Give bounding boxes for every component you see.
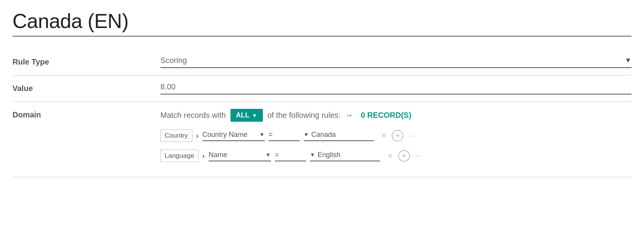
value-input[interactable]	[160, 82, 632, 94]
filter-1-more-button[interactable]: ···	[409, 132, 416, 140]
filter-1-add-button[interactable]: +	[392, 130, 403, 142]
filter-2-field-text: Name	[209, 151, 266, 159]
domain-top: Match records with ALL ▼ of the followin…	[160, 109, 632, 122]
filter-2-value-select[interactable]: ▼ English	[310, 151, 380, 161]
rule-type-text: Scoring	[160, 56, 187, 65]
filter-1-value-select[interactable]: ▼ Canada	[304, 131, 374, 141]
value-row: Value	[12, 75, 632, 102]
domain-suffix-text: of the following rules:	[267, 111, 341, 120]
rule-type-select[interactable]: Scoring ▼	[160, 56, 632, 68]
rule-type-dropdown-arrow-icon: ▼	[625, 56, 632, 65]
domain-records-link[interactable]: 0 RECORD(S)	[361, 111, 412, 120]
filter-1-tag-country[interactable]: Country	[160, 129, 192, 142]
filter-1-remove-button[interactable]: ×	[382, 131, 387, 141]
domain-label: Domain	[12, 109, 160, 119]
filter-1-separator-icon: ›	[196, 132, 199, 140]
filter-2-operator-select[interactable]: =	[275, 151, 306, 161]
filter-2-field-dropdown-icon: ▼	[266, 152, 271, 158]
filter-1-operator-select[interactable]: =	[269, 131, 300, 141]
filter-1-actions: × + ···	[382, 130, 416, 142]
filter-2-remove-button[interactable]: ×	[388, 151, 393, 161]
value-label: Value	[12, 82, 160, 93]
filter-1-field-select[interactable]: Country Name ▼	[202, 131, 265, 141]
domain-prefix-text: Match records with	[160, 111, 226, 120]
filter-1-value-dropdown-icon: ▼	[304, 131, 309, 138]
value-input-container[interactable]	[160, 82, 632, 94]
filter-2-value-text: English	[318, 151, 341, 159]
filter-2-tag-language[interactable]: Language	[160, 150, 199, 162]
filter-row-1: Country › Country Name ▼ = ▼ Canada × + …	[160, 129, 632, 142]
domain-row: Domain Match records with ALL ▼ of the f…	[12, 102, 632, 177]
rule-type-row: Rule Type Scoring ▼	[12, 49, 632, 75]
rule-type-value-container[interactable]: Scoring ▼	[160, 56, 632, 68]
filter-1-value-text: Canada	[311, 131, 336, 139]
filter-1-field-text: Country Name	[202, 131, 259, 139]
filter-1-operator-text: =	[269, 131, 273, 139]
filter-row-2: Language › Name ▼ = ▼ English × + ···	[160, 150, 632, 162]
filter-2-more-button[interactable]: ···	[415, 152, 422, 160]
page-title: Canada (EN)	[12, 9, 632, 33]
all-operator-button[interactable]: ALL ▼	[231, 109, 263, 122]
filter-2-value-dropdown-icon: ▼	[310, 152, 315, 158]
filter-1-field-dropdown-icon: ▼	[259, 131, 265, 138]
filter-2-separator-icon: ›	[202, 152, 205, 160]
all-operator-label: ALL	[236, 111, 250, 119]
all-operator-dropdown-icon: ▼	[252, 112, 257, 119]
form-section: Rule Type Scoring ▼ Value Domain Match r…	[12, 49, 632, 177]
filter-2-operator-text: =	[275, 151, 279, 159]
domain-arrow-icon: →	[345, 111, 353, 120]
filter-2-field-select[interactable]: Name ▼	[209, 151, 271, 161]
filter-2-add-button[interactable]: +	[398, 150, 410, 162]
filter-2-actions: × + ···	[388, 150, 422, 162]
domain-content: Match records with ALL ▼ of the followin…	[160, 109, 632, 170]
rule-type-label: Rule Type	[12, 56, 160, 66]
